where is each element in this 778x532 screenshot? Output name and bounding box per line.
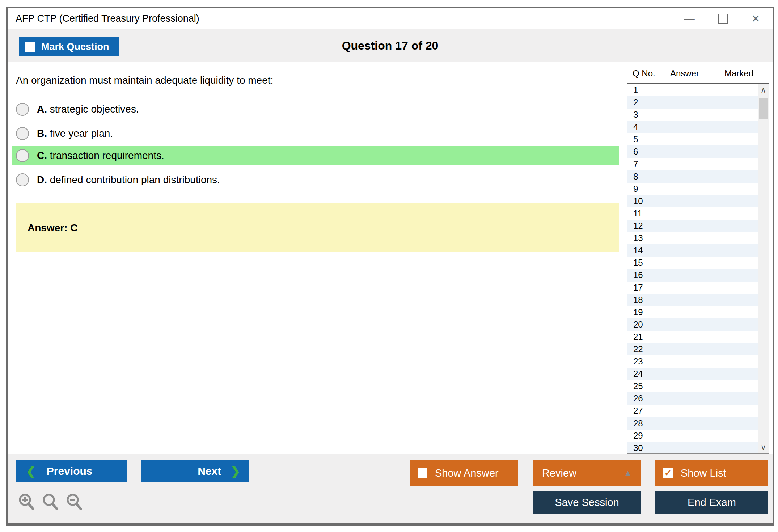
question-list-row[interactable]: 1 [627, 84, 758, 96]
bottom-bar: ❮ Previous Next ❯ [8, 454, 773, 523]
chevron-right-icon: ❯ [231, 465, 240, 477]
previous-label: Previous [47, 465, 93, 477]
question-list-row[interactable]: 29 [627, 430, 758, 442]
zoom-tools [17, 493, 84, 512]
question-list-row[interactable]: 13 [627, 232, 758, 244]
end-exam-label: End Exam [688, 497, 736, 508]
zoom-out-icon[interactable] [65, 493, 84, 512]
radio-button-icon[interactable] [16, 173, 29, 186]
option-d[interactable]: D. defined contribution plan distributio… [12, 170, 619, 190]
question-list-row[interactable]: 6 [627, 145, 758, 158]
review-label: Review [542, 467, 576, 479]
question-list-row[interactable]: 17 [627, 282, 758, 294]
question-list-panel: Q No. Answer Marked 12345678910111213141… [627, 63, 769, 454]
question-list-header: Q No. Answer Marked [627, 63, 769, 84]
save-session-label: Save Session [555, 497, 619, 508]
question-list-row[interactable]: 4 [627, 121, 758, 133]
question-list-row[interactable]: 20 [627, 318, 758, 331]
option-b-letter: B. [37, 128, 47, 139]
caret-up-icon: ▲ [624, 468, 632, 478]
question-list-row[interactable]: 26 [627, 392, 758, 405]
window-controls: — ✕ [684, 8, 760, 29]
question-list-row[interactable]: 19 [627, 306, 758, 318]
scroll-up-icon[interactable]: ∧ [758, 85, 769, 96]
question-list-row[interactable]: 8 [627, 170, 758, 183]
option-c-text: C. transaction requirements. [37, 150, 164, 161]
question-list-row[interactable]: 23 [627, 355, 758, 368]
question-list-row[interactable]: 2 [627, 96, 758, 109]
option-c-label: transaction requirements. [50, 150, 164, 161]
question-list-row[interactable]: 27 [627, 405, 758, 417]
option-d-label: defined contribution plan distributions. [50, 174, 220, 185]
end-exam-button[interactable]: End Exam [655, 491, 768, 514]
option-c[interactable]: C. transaction requirements. [12, 146, 619, 165]
scrollbar-thumb[interactable] [759, 98, 768, 119]
option-c-letter: C. [37, 150, 47, 161]
mark-question-label: Mark Question [41, 41, 109, 52]
column-marked: Marked [724, 63, 753, 84]
zoom-in-icon[interactable] [17, 493, 37, 512]
question-list-row[interactable]: 30 [627, 442, 758, 453]
scroll-down-icon[interactable]: ∨ [758, 442, 769, 453]
question-list-row[interactable]: 7 [627, 158, 758, 170]
question-list-body: 1234567891011121314151617181920212223242… [627, 84, 758, 453]
header-band: Question 17 of 20 Mark Question [8, 29, 773, 62]
option-b-label: five year plan. [50, 128, 113, 139]
scrollbar[interactable]: ∧ ∨ [758, 84, 769, 453]
show-answer-button[interactable]: Show Answer [410, 460, 518, 486]
show-list-checkbox-icon[interactable]: ✓ [663, 468, 673, 478]
answer-box: Answer: C [16, 203, 619, 252]
zoom-reset-icon[interactable] [41, 493, 60, 512]
option-a-text: A. strategic objectives. [37, 104, 139, 115]
previous-button[interactable]: ❮ Previous [16, 460, 127, 482]
show-answer-checkbox-icon[interactable] [418, 468, 427, 478]
option-d-text: D. defined contribution plan distributio… [37, 174, 220, 186]
show-list-label: Show List [681, 467, 726, 479]
column-answer: Answer [670, 63, 699, 84]
question-list-row[interactable]: 21 [627, 331, 758, 343]
next-label: Next [198, 465, 221, 477]
title-bar: AFP CTP (Certified Treasury Professional… [8, 8, 773, 29]
column-q-no: Q No. [633, 63, 655, 84]
mark-question-checkbox-icon[interactable] [25, 42, 35, 52]
radio-button-icon[interactable] [16, 149, 29, 162]
question-list-row[interactable]: 14 [627, 244, 758, 257]
question-list-row[interactable]: 18 [627, 294, 758, 306]
save-session-button[interactable]: Save Session [533, 491, 641, 514]
option-b-text: B. five year plan. [37, 128, 113, 139]
question-area: An organization must maintain adequate l… [8, 62, 773, 454]
question-list-row[interactable]: 3 [627, 109, 758, 121]
option-a-letter: A. [37, 104, 47, 115]
check-icon: ✓ [664, 468, 672, 478]
option-d-letter: D. [37, 174, 47, 185]
maximize-icon[interactable] [718, 14, 728, 24]
app-window: AFP CTP (Certified Treasury Professional… [6, 7, 774, 526]
question-list-row[interactable]: 16 [627, 269, 758, 281]
next-button[interactable]: Next ❯ [141, 460, 249, 482]
mark-question-button[interactable]: Mark Question [19, 37, 119, 56]
show-list-button[interactable]: ✓ Show List [655, 460, 768, 486]
question-counter: Question 17 of 20 [8, 29, 773, 62]
radio-button-icon[interactable] [16, 103, 29, 116]
question-list-row[interactable]: 12 [627, 220, 758, 232]
question-list-row[interactable]: 10 [627, 195, 758, 207]
minimize-icon[interactable]: — [684, 13, 695, 24]
question-list-row[interactable]: 5 [627, 133, 758, 145]
question-list-row[interactable]: 28 [627, 417, 758, 430]
answer-label: Answer: C [28, 222, 77, 234]
question-list-row[interactable]: 24 [627, 368, 758, 380]
question-list-row[interactable]: 22 [627, 343, 758, 355]
question-text: An organization must maintain adequate l… [16, 73, 273, 88]
chevron-left-icon: ❮ [26, 465, 36, 477]
window-title: AFP CTP (Certified Treasury Professional… [16, 8, 199, 29]
radio-button-icon[interactable] [16, 127, 29, 140]
review-button[interactable]: Review ▲ [533, 460, 641, 486]
close-icon[interactable]: ✕ [751, 13, 760, 24]
question-list-row[interactable]: 11 [627, 207, 758, 220]
question-list-row[interactable]: 9 [627, 183, 758, 195]
option-b[interactable]: B. five year plan. [12, 124, 619, 143]
question-list-row[interactable]: 15 [627, 257, 758, 269]
question-list-row[interactable]: 25 [627, 380, 758, 392]
show-answer-label: Show Answer [435, 467, 499, 479]
option-a[interactable]: A. strategic objectives. [12, 100, 619, 119]
